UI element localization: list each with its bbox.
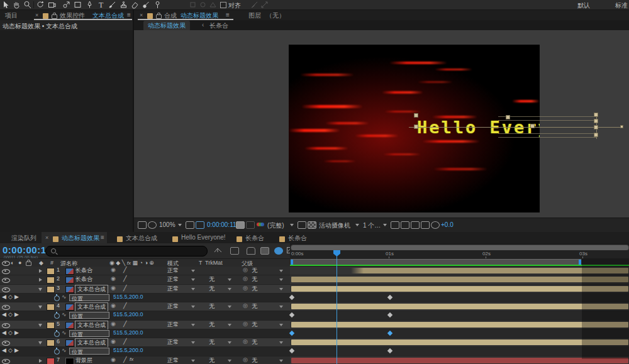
expander-icon[interactable] (39, 278, 42, 282)
track-row-1[interactable] (290, 267, 629, 275)
pan-behind-tool-icon[interactable] (62, 1, 71, 9)
kf-prev-icon[interactable]: ◀ (2, 294, 6, 300)
parent-dropdown[interactable]: 无 (252, 275, 257, 284)
quality-switch-icon[interactable]: ╱ (123, 302, 126, 309)
eye-toggle[interactable] (2, 269, 10, 274)
quality-switch-icon[interactable]: ╱ (123, 356, 126, 363)
pickwhip-icon[interactable]: ◎ (243, 302, 248, 309)
layer-row-3[interactable]: 3 文本总合成 ◉ ╱ 正常 无 ◎ 无 (0, 285, 290, 294)
layer-bar[interactable] (291, 358, 628, 363)
tab-close-icon[interactable]: × (45, 234, 48, 241)
magnification-icon[interactable] (148, 221, 157, 229)
trkmat-dropdown[interactable]: 无 (209, 285, 214, 293)
stopwatch-icon[interactable] (54, 331, 60, 337)
trkmat-dropdown[interactable]: 无 (209, 338, 214, 346)
property-value[interactable]: 515.5,200.0 (113, 329, 143, 336)
tab-comp-5[interactable]: 长条合 (288, 234, 307, 243)
view-layout-dropdown[interactable]: 1 个… (363, 221, 381, 230)
label-swatch[interactable] (47, 322, 55, 329)
blend-mode-dropdown[interactable]: 正常 (167, 321, 179, 329)
track-prop-row-4[interactable] (290, 311, 629, 320)
show-snapshot-icon[interactable] (246, 221, 255, 229)
comp-nav-sibling[interactable]: 长条合 (209, 21, 228, 30)
workspace-standard[interactable]: 标准 (615, 1, 628, 10)
path-handle[interactable] (594, 133, 598, 137)
expander-icon[interactable] (38, 324, 42, 327)
panel-menu-icon[interactable]: ≡ (127, 11, 131, 18)
kf-set-icon[interactable]: ◇ (8, 329, 13, 336)
layer-row-6[interactable]: 6 文本总合成 ◉ ╱ 正常 无 ◎ 无 (0, 338, 290, 347)
layer-bar[interactable] (291, 322, 628, 328)
layer-bar[interactable] (291, 339, 628, 345)
layer-row-4[interactable]: 4 文本总合成 ◉ ╱ 正常 无 ◎ 无 (0, 302, 290, 311)
scale-handles-icon[interactable] (260, 1, 269, 9)
pickwhip-icon[interactable]: ◎ (243, 275, 248, 282)
tab-timeline-active[interactable]: 动态标题效果 (62, 234, 99, 243)
roto-brush-tool-icon[interactable] (142, 1, 151, 9)
current-time-indicator-line[interactable] (337, 250, 337, 364)
puppet-pin-tool-icon[interactable] (153, 1, 162, 9)
zoom-level-dropdown[interactable]: 100% (159, 221, 175, 228)
blend-mode-dropdown[interactable]: 正常 (167, 302, 179, 311)
path-handle[interactable] (414, 113, 418, 118)
path-handle[interactable] (414, 124, 418, 129)
comp-mini-flowchart-icon[interactable] (214, 247, 221, 253)
parent-dropdown[interactable]: 无 (252, 321, 257, 329)
timeline-timecode[interactable]: 0:00:00:11 (3, 245, 52, 255)
label-swatch[interactable] (47, 277, 55, 284)
track-row-2[interactable] (290, 275, 629, 284)
camera-tool-icon[interactable] (48, 1, 57, 9)
collapse-switch-icon[interactable]: ◉ (111, 285, 116, 291)
graph-icon[interactable]: ∿ (62, 311, 67, 317)
eraser-tool-icon[interactable] (131, 1, 140, 9)
trkmat-column-header[interactable]: TrkMat (205, 260, 223, 266)
path-handle[interactable] (506, 115, 510, 119)
motion-blur-icon[interactable] (274, 247, 283, 255)
timeline-button-icon[interactable] (411, 221, 420, 229)
trkmat-dropdown[interactable]: 无 (209, 275, 214, 284)
parent-dropdown[interactable]: 无 (252, 285, 257, 293)
kf-set-icon[interactable]: ◇ (8, 294, 13, 300)
track-row-3[interactable] (290, 285, 629, 294)
type-tool-icon[interactable]: T (97, 1, 106, 9)
region-of-interest-icon[interactable] (298, 221, 306, 229)
blend-mode-dropdown[interactable]: 正常 (167, 267, 179, 275)
tab-project[interactable]: 项目 (5, 11, 18, 20)
snap-checkbox[interactable] (220, 2, 226, 8)
eye-toggle[interactable] (2, 323, 10, 328)
label-swatch[interactable] (47, 268, 55, 275)
comp-tab-close-icon[interactable]: × (140, 11, 143, 18)
eye-toggle[interactable] (2, 287, 10, 292)
kf-next-icon[interactable]: ▶ (14, 329, 19, 336)
trkmat-dropdown[interactable]: 无 (209, 321, 214, 329)
path-handle[interactable] (594, 125, 598, 130)
quality-switch-icon[interactable]: ╱ (123, 321, 126, 327)
track-prop-row-6[interactable] (290, 347, 629, 356)
tab-comp-2[interactable]: 文本总合成 (126, 234, 157, 243)
parent-dropdown[interactable]: 无 (252, 338, 257, 346)
layer-name[interactable]: 文本总合成 (75, 338, 108, 348)
label-swatch[interactable] (47, 286, 55, 293)
comp-nav-active[interactable]: 动态标题效果 (143, 21, 190, 31)
tab-render-queue[interactable]: 渲染队列 (11, 234, 36, 243)
layer-name[interactable]: 背景层 (75, 356, 92, 364)
viewer-timecode[interactable]: 0:00:00:11 (207, 221, 237, 228)
property-name[interactable]: 位置 (69, 312, 109, 319)
keyframe-icon-selected[interactable] (387, 331, 392, 336)
work-area-end-handle[interactable] (579, 260, 581, 265)
quality-switch-icon[interactable]: ╱ (123, 285, 126, 291)
keyframe-icon[interactable] (387, 348, 392, 353)
label-swatch[interactable] (47, 358, 55, 364)
pickwhip-icon[interactable]: ◎ (243, 267, 248, 273)
property-name[interactable]: 位置 (69, 330, 109, 337)
kf-next-icon[interactable]: ▶ (14, 294, 19, 300)
collapse-switch-icon[interactable]: ◉ (111, 338, 116, 345)
work-area-start-handle[interactable] (291, 260, 293, 265)
keyframe-icon[interactable] (289, 312, 294, 317)
property-value[interactable]: 515.5,200.0 (113, 294, 143, 300)
exposure-value[interactable]: +0.0 (441, 221, 454, 228)
tab-layer-label[interactable]: 图层 (248, 11, 261, 20)
comp-panel-menu-icon[interactable]: ≡ (226, 11, 230, 18)
stopwatch-icon[interactable] (54, 295, 60, 301)
path-handle[interactable] (530, 124, 535, 128)
